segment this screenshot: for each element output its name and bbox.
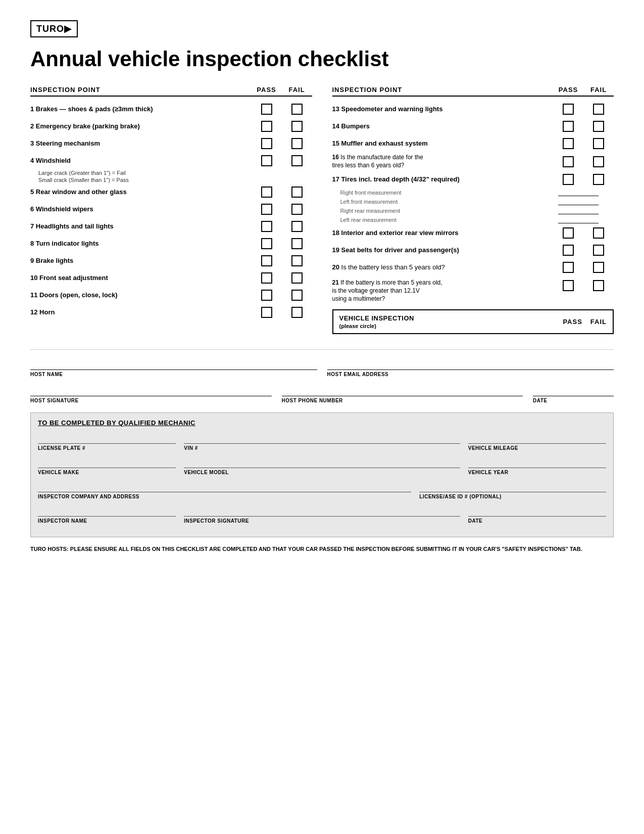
check-item-8-fail[interactable] — [291, 238, 303, 249]
check-item-15: 15 Muffler and exhaust system — [332, 135, 614, 152]
check-item-1-pass[interactable] — [261, 104, 272, 115]
check-item-4-subnote-2: Small crack (Smaller than 1") = Pass — [30, 176, 312, 183]
check-item-10-pass[interactable] — [261, 272, 272, 284]
mechanic-date-label: DATE — [468, 518, 606, 524]
check-item-10-fail[interactable] — [291, 272, 303, 284]
check-item-13-pass[interactable] — [563, 104, 574, 115]
check-item-4-label: 4 Windshield — [30, 157, 252, 165]
inspector-company-line — [38, 482, 411, 492]
check-item-14-pass[interactable] — [563, 121, 574, 132]
right-column: INSPECTION POINT PASS FAIL 13 Speedomete… — [332, 86, 614, 334]
mechanic-row-1: LICENSE PLATE # VIN # VEHICLE MILEAGE — [38, 434, 606, 451]
check-item-9-pass[interactable] — [261, 255, 272, 266]
check-item-9-fail[interactable] — [291, 255, 303, 266]
check-item-16: 16 Is the manufacture date for thetires … — [332, 152, 614, 171]
check-item-17-pass[interactable] — [563, 174, 574, 185]
check-item-21-pass[interactable] — [563, 280, 574, 291]
check-item-4-pass[interactable] — [261, 155, 272, 166]
check-item-13-label: 13 Speedometer and warning lights — [332, 105, 554, 114]
tire-measurement-2: Left front measurement — [332, 197, 614, 206]
check-item-15-fail[interactable] — [593, 138, 604, 149]
host-phone-line — [282, 386, 523, 396]
right-header-label: INSPECTION POINT — [332, 86, 554, 94]
right-column-header: INSPECTION POINT PASS FAIL — [332, 86, 614, 97]
check-item-14-fail[interactable] — [593, 121, 604, 132]
check-item-6-fail[interactable] — [291, 204, 303, 215]
left-column-header: INSPECTION POINT PASS FAIL — [30, 86, 312, 97]
check-item-3-fail[interactable] — [291, 138, 303, 149]
host-email-line — [327, 360, 614, 370]
host-date-field: DATE — [533, 386, 614, 403]
check-item-2: 2 Emergency brake (parking brake) — [30, 118, 312, 135]
check-item-6-pass[interactable] — [261, 204, 272, 215]
vehicle-year-line — [468, 458, 606, 468]
check-item-16-pass[interactable] — [563, 156, 574, 167]
host-name-label: HOST NAME — [30, 372, 317, 377]
vehicle-mileage-label: VEHICLE MILEAGE — [468, 445, 606, 451]
check-item-7-pass[interactable] — [261, 221, 272, 232]
check-item-6: 6 Windshield wipers — [30, 201, 312, 218]
check-item-5-pass[interactable] — [261, 187, 272, 198]
check-item-13-fail[interactable] — [593, 104, 604, 115]
tire-rr-line — [558, 207, 599, 214]
check-item-18-pass[interactable] — [563, 227, 574, 239]
check-item-14-label: 14 Bumpers — [332, 122, 554, 131]
check-item-18-label: 18 Interior and exterior rear view mirro… — [332, 229, 554, 238]
vehicle-make-label: VEHICLE MAKE — [38, 470, 176, 475]
check-item-8-pass[interactable] — [261, 238, 272, 249]
check-item-19: 19 Seat belts for driver and passenger(s… — [332, 242, 614, 259]
check-item-17-fail[interactable] — [593, 174, 604, 185]
check-item-19-fail[interactable] — [593, 245, 604, 256]
vehicle-model-line — [184, 458, 460, 468]
host-name-line — [30, 360, 317, 370]
mechanic-row-3: INSPECTOR COMPANY AND ADDRESS LICENSE/AS… — [38, 482, 606, 499]
check-item-7-fail[interactable] — [291, 221, 303, 232]
check-item-12-pass[interactable] — [261, 307, 272, 318]
check-item-11-pass[interactable] — [261, 290, 272, 301]
host-date-label: DATE — [533, 398, 614, 403]
license-ase-field: LICENSE/ASE ID # (OPTIONAL) — [419, 482, 606, 499]
check-item-11-fail[interactable] — [291, 290, 303, 301]
check-item-5-fail[interactable] — [291, 187, 303, 198]
vi-label-group: VEHICLE INSPECTION (please circle) — [339, 314, 555, 329]
vehicle-year-label: VEHICLE YEAR — [468, 470, 606, 475]
tire-measurement-1: Right front measurement — [332, 188, 614, 197]
inspector-signature-line — [184, 506, 460, 517]
check-item-3: 3 Steering mechanism — [30, 135, 312, 152]
check-item-12-fail[interactable] — [291, 307, 303, 318]
check-item-5-label: 5 Rear window and other glass — [30, 188, 252, 197]
check-item-21-fail[interactable] — [593, 280, 604, 291]
right-header-fail: FAIL — [583, 86, 614, 94]
check-item-15-pass[interactable] — [563, 138, 574, 149]
check-item-2-fail[interactable] — [291, 121, 303, 132]
checklist-grid: INSPECTION POINT PASS FAIL 1 Brakes — sh… — [30, 86, 614, 334]
host-email-label: HOST EMAIL ADDRESS — [327, 372, 614, 377]
check-item-20: 20 Is the battery less than 5 years old? — [332, 259, 614, 276]
check-item-2-label: 2 Emergency brake (parking brake) — [30, 122, 252, 131]
mechanic-row-2: VEHICLE MAKE VEHICLE MODEL VEHICLE YEAR — [38, 458, 606, 475]
divider-1 — [30, 349, 614, 350]
host-email-field: HOST EMAIL ADDRESS — [327, 360, 614, 377]
vi-sublabel: (please circle) — [339, 323, 555, 329]
check-item-2-pass[interactable] — [261, 121, 272, 132]
right-header-pass: PASS — [553, 86, 583, 94]
check-item-16-fail[interactable] — [593, 156, 604, 167]
check-item-8-label: 8 Turn indicator lights — [30, 240, 252, 248]
tire-lr-line — [558, 216, 599, 223]
check-item-4-fail[interactable] — [291, 155, 303, 166]
check-item-19-pass[interactable] — [563, 245, 574, 256]
license-ase-label: LICENSE/ASE ID # (OPTIONAL) — [419, 494, 606, 499]
check-item-20-pass[interactable] — [563, 262, 574, 273]
check-item-18-fail[interactable] — [593, 227, 604, 239]
check-item-20-fail[interactable] — [593, 262, 604, 273]
check-item-1-fail[interactable] — [291, 104, 303, 115]
check-item-1: 1 Brakes — shoes & pads (≥3mm thick) — [30, 101, 312, 118]
inspector-name-label: INSPECTOR NAME — [38, 518, 176, 524]
inspector-signature-label: INSPECTOR SIGNATURE — [184, 518, 460, 524]
check-item-20-label: 20 Is the battery less than 5 years old? — [332, 263, 554, 272]
check-item-11-label: 11 Doors (open, close, lock) — [30, 291, 252, 300]
check-item-21-label: 21 If the battery is more than 5 years o… — [332, 279, 554, 303]
vehicle-inspection-box: VEHICLE INSPECTION (please circle) PASS … — [332, 309, 614, 334]
check-item-8: 8 Turn indicator lights — [30, 235, 312, 252]
check-item-3-pass[interactable] — [261, 138, 272, 149]
